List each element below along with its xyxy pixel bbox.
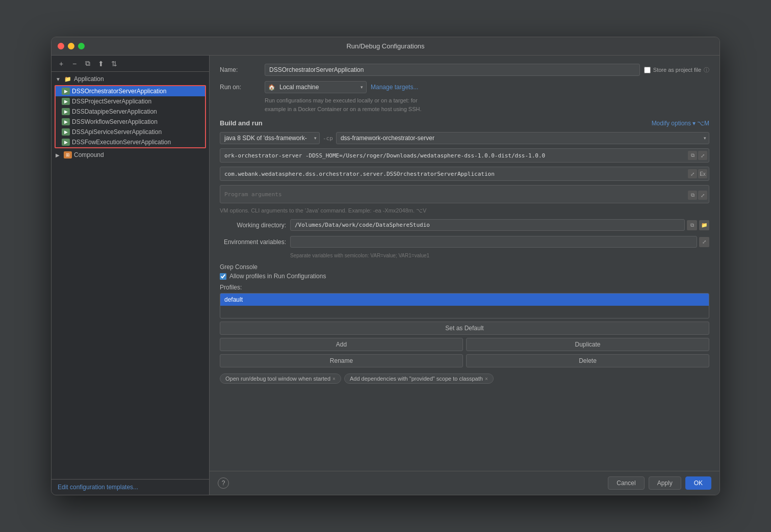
app-icon-api: ▶ bbox=[62, 128, 70, 136]
grep-console-title: Grep Console bbox=[220, 263, 709, 271]
compound-icon: ⊞ bbox=[64, 151, 72, 158]
delete-profile-button[interactable]: Delete bbox=[466, 354, 709, 367]
store-checkbox-row: Store as project file ⓘ bbox=[644, 66, 709, 74]
application-section: ▼ 📁 Application ▶ DSSOrchestratorServerA… bbox=[52, 74, 209, 148]
apply-button[interactable]: Apply bbox=[649, 476, 681, 490]
name-label: Name: bbox=[220, 66, 261, 73]
run-debug-config-window: Run/Debug Configurations + − ⧉ ⬆ ⇅ ▼ 📁 A… bbox=[51, 37, 720, 495]
cmd-expand-button[interactable]: ⤢ bbox=[698, 151, 707, 160]
tree-item-api[interactable]: ▶ DSSApiServiceServerApplication bbox=[56, 127, 205, 137]
cp-select[interactable]: dss-framework-orchestrator-server bbox=[336, 132, 709, 144]
tree-item-label-api: DSSApiServiceServerApplication bbox=[72, 128, 162, 136]
env-var-row: Environment variables: ⤢ bbox=[220, 236, 709, 248]
allow-profiles-row: Allow profiles in Run Configurations bbox=[220, 273, 709, 280]
tree-item-label-datapipe: DSSDatapipeServerApplication bbox=[72, 108, 157, 115]
working-dir-browse-btn[interactable]: 📁 bbox=[699, 220, 709, 230]
working-dir-copy-btn[interactable]: ⧉ bbox=[687, 220, 697, 230]
program-args-input[interactable] bbox=[220, 185, 709, 203]
application-label: Application bbox=[74, 75, 104, 83]
run-on-row: Run on: 🏠 Local machine ▾ Manage targets… bbox=[220, 81, 709, 93]
app-icon-project: ▶ bbox=[62, 98, 70, 105]
cp-flag: -cp bbox=[323, 135, 333, 142]
compound-row[interactable]: ▶ ⊞ Compound bbox=[52, 149, 209, 161]
application-folder-icon: 📁 bbox=[64, 75, 72, 83]
name-input[interactable] bbox=[265, 64, 640, 76]
tree-item-orchestrator[interactable]: ▶ DSSOrchestratorServerApplication bbox=[56, 86, 205, 96]
tag-close-add-dependencies[interactable]: × bbox=[485, 376, 488, 382]
profiles-label: Profiles: bbox=[220, 284, 709, 291]
rename-profile-button[interactable]: Rename bbox=[220, 354, 463, 367]
allow-profiles-checkbox[interactable] bbox=[220, 273, 226, 280]
main-class-buttons: ⤢ Ex bbox=[688, 169, 707, 178]
move-up-button[interactable]: ⬆ bbox=[95, 58, 107, 69]
working-dir-label: Working directory: bbox=[220, 222, 286, 229]
working-dir-row: Working directory: ⧉ 📁 bbox=[220, 219, 709, 231]
store-label: Store as project file bbox=[653, 67, 701, 73]
maximize-button[interactable] bbox=[78, 43, 85, 49]
tag-close-open-tool-window[interactable]: × bbox=[332, 376, 336, 382]
run-on-select[interactable]: Local machine bbox=[265, 81, 367, 93]
sdk-select[interactable]: java 8 SDK of 'dss-framework- bbox=[220, 132, 320, 144]
left-toolbar: + − ⧉ ⬆ ⇅ bbox=[52, 56, 209, 72]
app-icon-fowexecution: ▶ bbox=[62, 139, 70, 146]
left-footer: Edit configuration templates... bbox=[52, 479, 209, 495]
tree-item-workflow[interactable]: ▶ DSSWorkflowServerApplication bbox=[56, 117, 205, 127]
cmd-copy-button[interactable]: ⧉ bbox=[688, 151, 697, 160]
expand-arrow-icon: ▼ bbox=[56, 76, 62, 82]
program-args-expand-btn[interactable]: ⤢ bbox=[698, 191, 707, 200]
sort-button[interactable]: ⇅ bbox=[109, 58, 120, 69]
main-class-row: ⤢ Ex bbox=[220, 167, 709, 181]
bottom-right: Cancel Apply OK bbox=[608, 476, 711, 490]
compound-label: Compound bbox=[74, 151, 104, 158]
tree-area: ▼ 📁 Application ▶ DSSOrchestratorServerA… bbox=[52, 72, 209, 479]
set-as-default-button[interactable]: Set as Default bbox=[220, 322, 709, 335]
minimize-button[interactable] bbox=[68, 43, 74, 49]
working-dir-input[interactable] bbox=[290, 219, 685, 231]
application-parent[interactable]: ▼ 📁 Application bbox=[52, 74, 209, 84]
remove-config-button[interactable]: − bbox=[69, 58, 80, 69]
run-description: Run configurations may be executed local… bbox=[265, 96, 709, 113]
program-args-container: ⧉ ⤢ bbox=[220, 185, 709, 205]
program-args-copy-btn[interactable]: ⧉ bbox=[688, 191, 697, 200]
tags-row: Open run/debug tool window when started … bbox=[220, 374, 709, 384]
tree-item-datapipe[interactable]: ▶ DSSDatapipeServerApplication bbox=[56, 107, 205, 117]
env-var-expand-btn[interactable]: ⤢ bbox=[699, 237, 709, 247]
edit-templates-link[interactable]: Edit configuration templates... bbox=[58, 484, 138, 491]
env-var-hint: Separate variables with semicolon: VAR=v… bbox=[290, 253, 709, 258]
modify-options-button[interactable]: Modify options ▾ ⌥M bbox=[652, 120, 709, 127]
add-config-button[interactable]: + bbox=[56, 58, 67, 69]
compound-arrow-icon: ▶ bbox=[56, 152, 62, 158]
tree-item-project[interactable]: ▶ DSSProjectServerApplication bbox=[56, 96, 205, 107]
window-title: Run/Debug Configurations bbox=[346, 42, 424, 50]
store-checkbox[interactable] bbox=[644, 67, 651, 73]
working-dir-wrap: ⧉ 📁 bbox=[290, 219, 709, 231]
tag-add-dependencies: Add dependencies with "provided" scope t… bbox=[344, 374, 494, 384]
modify-options-label: Modify options bbox=[652, 120, 691, 127]
tree-item-fowexecution[interactable]: ▶ DSSFowExecutionServerApplication bbox=[56, 137, 205, 147]
help-button[interactable]: ? bbox=[218, 477, 229, 489]
main-content: + − ⧉ ⬆ ⇅ ▼ 📁 Application ▶ DSSOr bbox=[52, 56, 719, 495]
close-button[interactable] bbox=[58, 43, 64, 49]
main-class-browse-button[interactable]: Ex bbox=[698, 169, 707, 178]
tree-item-label-project: DSSProjectServerApplication bbox=[72, 98, 151, 105]
profiles-section: Profiles: default Set as Default Add Dup… bbox=[220, 284, 709, 367]
env-var-input[interactable] bbox=[290, 236, 697, 248]
manage-targets-link[interactable]: Manage targets... bbox=[371, 84, 418, 91]
tree-item-label-orchestrator: DSSOrchestratorServerApplication bbox=[72, 88, 166, 95]
application-children: ▶ DSSOrchestratorServerApplication ▶ DSS… bbox=[55, 85, 206, 148]
tree-item-label-workflow: DSSWorkflowServerApplication bbox=[72, 118, 158, 125]
profile-actions: Add Duplicate Rename Delete bbox=[220, 338, 709, 367]
ok-button[interactable]: OK bbox=[685, 476, 711, 490]
copy-config-button[interactable]: ⧉ bbox=[82, 58, 93, 69]
bottom-left: ? bbox=[218, 477, 229, 489]
build-run-section-header: Build and run Modify options ▾ ⌥M bbox=[220, 119, 709, 127]
main-class-input[interactable] bbox=[220, 167, 709, 181]
duplicate-profile-button[interactable]: Duplicate bbox=[466, 338, 709, 351]
app-icon-orchestrator: ▶ bbox=[62, 88, 70, 95]
main-class-expand-button[interactable]: ⤢ bbox=[688, 169, 697, 178]
run-on-select-wrapper: 🏠 Local machine ▾ bbox=[265, 81, 367, 93]
add-profile-button[interactable]: Add bbox=[220, 338, 463, 351]
profile-item-default[interactable]: default bbox=[220, 294, 709, 306]
cmd-input[interactable] bbox=[220, 148, 709, 163]
cancel-button[interactable]: Cancel bbox=[608, 476, 644, 490]
